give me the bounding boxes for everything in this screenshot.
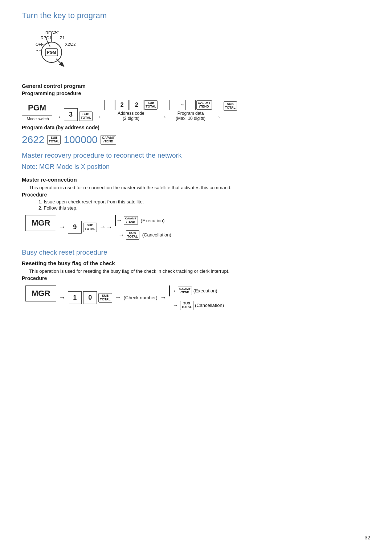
busy-check-title: Busy check reset procedure bbox=[22, 248, 370, 256]
num3-box: 3 bbox=[64, 108, 78, 121]
master-recovery-title: Master recovery procedure to reconnect t… bbox=[22, 151, 370, 159]
check-number-label: (Check number) bbox=[124, 295, 158, 300]
svg-text:RF: RF bbox=[36, 48, 41, 52]
general-control-heading: General control program bbox=[22, 83, 370, 89]
arrow-2 bbox=[95, 113, 102, 121]
code-sequence: 2622 SUB TOTAL 100000 CA/AMT /TEND bbox=[22, 134, 370, 146]
mgr-arrow-2 bbox=[59, 294, 65, 301]
ca-btn: CA/AMT /TEND bbox=[196, 100, 212, 110]
num2b-box: 2 bbox=[130, 100, 143, 110]
arrow-1 bbox=[55, 113, 61, 121]
busy-check-description: This operation is used for resetting the… bbox=[29, 268, 370, 274]
mgr-box-2: MGR bbox=[25, 285, 56, 301]
svg-text:PGM: PGM bbox=[47, 50, 56, 54]
execution-label-2: (Execution) bbox=[193, 288, 217, 293]
arrow-3 bbox=[160, 113, 167, 121]
busy-check-heading: Resetting the busy flag of the check bbox=[22, 260, 370, 266]
sub-total-mgr-2: SUB TOTAL bbox=[98, 293, 112, 303]
num2a-box: 2 bbox=[115, 100, 129, 110]
mgr-arrow-1 bbox=[59, 223, 65, 231]
execution-label-1: (Execution) bbox=[141, 218, 165, 223]
page-number: 32 bbox=[364, 535, 370, 540]
master-reconnect-description: This operation is used for re-connection… bbox=[29, 185, 370, 190]
mode-switch-label: Mode switch bbox=[26, 117, 49, 121]
svg-text:Z1: Z1 bbox=[60, 36, 65, 40]
mgr-flow-1: MGR 9 SUB TOTAL →→ → bbox=[25, 215, 370, 240]
svg-text:OFF: OFF bbox=[36, 42, 44, 46]
pgm-box: PGM bbox=[22, 100, 52, 116]
master-reconnect-heading: Master re-connection bbox=[22, 177, 370, 183]
prog-blank-box1 bbox=[169, 100, 179, 110]
programming-procedure-label: Programming procedure bbox=[22, 90, 370, 96]
prog-blank-box2 bbox=[185, 100, 196, 110]
program-data-label: Program data bbox=[176, 111, 205, 116]
cancellation-btn-1: SUB TOTAL bbox=[126, 230, 139, 240]
procedure-label-2: Procedure bbox=[22, 275, 370, 281]
procedure-label-1: Procedure bbox=[22, 192, 370, 198]
procedure-list-1: 1. Issue open check reset report from th… bbox=[33, 199, 370, 211]
num9-box: 9 bbox=[68, 221, 82, 234]
svg-text:X1: X1 bbox=[55, 31, 60, 35]
master-reconnection-section: Master re-connection This operation is u… bbox=[22, 177, 370, 240]
num0-box: 0 bbox=[83, 291, 97, 304]
ca-btn-code: CA/AMT /TEND bbox=[101, 135, 116, 145]
program-data-digits: (Max. 10 digits) bbox=[176, 116, 205, 121]
mgr-flow-2: MGR 1 0 SUB TOTAL → (Check number) → bbox=[25, 285, 370, 310]
sub-total-btn-3: SUB TOTAL bbox=[224, 101, 237, 111]
svg-text:REG1: REG1 bbox=[41, 36, 52, 40]
number-value: 100000 bbox=[64, 134, 97, 146]
sub-total-mgr-1: SUB TOTAL bbox=[83, 223, 97, 232]
mgr-box-1: MGR bbox=[25, 215, 56, 231]
key-diagram: REG2 X1 REG1 Z1 OFF — X2/Z2 RF PGM bbox=[25, 27, 370, 74]
sub-total-btn-1: SUB TOTAL bbox=[79, 112, 93, 121]
svg-line-10 bbox=[56, 59, 64, 66]
double-arrow: →→ bbox=[99, 223, 113, 231]
address-code-digits: (2 digits) bbox=[118, 116, 144, 121]
cancellation-label-1: (Cancellation) bbox=[142, 232, 171, 238]
num1-box: 1 bbox=[68, 291, 82, 304]
program-data-by-address-label: Program data (by address code) bbox=[22, 125, 370, 130]
arrow-4 bbox=[215, 113, 221, 121]
general-control-section: General control program Programming proc… bbox=[22, 83, 370, 146]
procedure-step-1: 1. Issue open check reset report from th… bbox=[38, 199, 370, 204]
cancellation-btn-2: SUB TOTAL bbox=[180, 301, 193, 310]
svg-text:REG2: REG2 bbox=[45, 31, 56, 35]
code-value: 2622 bbox=[22, 134, 44, 146]
addr-blank-box bbox=[104, 100, 114, 110]
page-title: Turn the key to program bbox=[22, 11, 370, 20]
busy-check-section: Resetting the busy flag of the check Thi… bbox=[22, 260, 370, 310]
note-mgr-title: Note: MGR Mode is X position bbox=[22, 163, 370, 171]
execution-btn-2: CA/AMT /TEND bbox=[178, 287, 192, 295]
sub-total-btn-2: SUB TOTAL bbox=[144, 100, 158, 110]
svg-text:— X2/Z2: — X2/Z2 bbox=[60, 42, 75, 46]
cancellation-label-2: (Cancellation) bbox=[195, 303, 224, 308]
arrow-execution: → bbox=[160, 294, 167, 301]
procedure-step-2: 2. Follow this step. bbox=[38, 205, 370, 211]
sub-total-btn-code: SUB TOTAL bbox=[47, 135, 61, 145]
address-code-label: Address code bbox=[118, 111, 144, 116]
arrow-check-num: → bbox=[115, 294, 121, 301]
pgm-flow-diagram: PGM Mode switch 3 SUB TOTAL 2 2 SUB TOTA… bbox=[22, 100, 370, 121]
execution-btn-1: CA/AMT /TEND bbox=[124, 216, 138, 225]
